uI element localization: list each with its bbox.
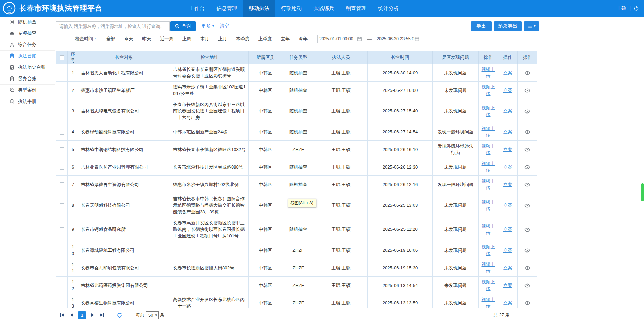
nav-item-工作台[interactable]: 工作台 [183, 0, 211, 17]
filter-option-今年[interactable]: 今年 [299, 36, 308, 42]
search-button[interactable]: 查询 [170, 21, 196, 31]
view-detail-button[interactable] [524, 301, 530, 305]
row-checkbox[interactable] [60, 71, 64, 75]
column-settings-button[interactable]: ▾ [524, 21, 539, 31]
view-detail-button[interactable] [524, 130, 530, 135]
view-detail-button[interactable] [524, 109, 530, 114]
filter-option-去年[interactable]: 去年 [281, 36, 290, 42]
district: 中韩区 [249, 158, 282, 176]
row-checkbox[interactable] [60, 165, 64, 170]
case-file-link[interactable]: 立案 [503, 70, 512, 75]
video-upload-link[interactable]: 视频上传 [482, 297, 495, 309]
case-file-link[interactable]: 立案 [503, 88, 512, 93]
select-all-checkbox[interactable] [60, 55, 64, 60]
case-file-link[interactable]: 立案 [503, 300, 512, 305]
case-file-link[interactable]: 立案 [503, 265, 512, 270]
record-export-button[interactable]: 笔录导出 [494, 21, 522, 31]
nav-item-稽查管理[interactable]: 稽查管理 [340, 0, 372, 17]
filter-option-今天[interactable]: 今天 [124, 36, 133, 42]
search-icon [175, 24, 180, 29]
filter-option-近一周[interactable]: 近一周 [160, 36, 173, 42]
row-checkbox[interactable] [60, 182, 64, 187]
power-icon[interactable] [634, 6, 639, 11]
view-detail-button[interactable] [524, 248, 530, 253]
video-upload-link[interactable]: 视频上传 [482, 161, 495, 173]
sidebar-item-执法历史台账[interactable]: 执法历史台账 [0, 62, 55, 73]
sidebar-item-执法台账[interactable]: 执法台账 [0, 51, 55, 62]
more-dropdown[interactable]: 更多 ▾ [201, 23, 214, 29]
filter-option-昨天[interactable]: 昨天 [142, 36, 151, 42]
row-checkbox[interactable] [60, 130, 64, 135]
view-detail-button[interactable] [524, 203, 530, 208]
case-file-link[interactable]: 立案 [503, 164, 512, 170]
sidebar-item-执法手册[interactable]: 执法手册 [0, 96, 55, 107]
video-upload-link[interactable]: 视频上传 [482, 262, 495, 273]
sidebar-item-随机抽查[interactable]: 随机抽查 [0, 17, 55, 28]
filter-option-全部[interactable]: 全部 [106, 36, 115, 42]
prev-page-button[interactable] [70, 313, 73, 317]
nav-item-移动执法[interactable]: 移动执法 [243, 0, 275, 17]
search-input[interactable] [56, 21, 170, 31]
view-detail-button[interactable] [524, 71, 530, 75]
video-upload-link[interactable]: 视频上传 [482, 224, 495, 235]
video-upload-link[interactable]: 视频上传 [482, 67, 495, 78]
video-upload-link[interactable]: 视频上传 [482, 126, 495, 138]
view-detail-button[interactable] [524, 182, 530, 187]
row-checkbox[interactable] [60, 88, 64, 93]
row-checkbox[interactable] [60, 203, 64, 208]
view-detail-button[interactable] [524, 165, 530, 170]
case-file-link[interactable]: 立案 [503, 203, 512, 208]
video-upload-link[interactable]: 视频上传 [482, 143, 495, 155]
nav-item-统计分析[interactable]: 统计分析 [372, 0, 405, 17]
last-page-button[interactable] [100, 313, 104, 317]
filter-option-上月[interactable]: 上月 [218, 36, 227, 42]
nav-item-行政处罚[interactable]: 行政处罚 [275, 0, 308, 17]
nav-item-实战练兵[interactable]: 实战练兵 [308, 0, 340, 17]
view-detail-button[interactable] [524, 266, 530, 270]
case-file-link[interactable]: 立案 [503, 227, 512, 232]
video-upload-link[interactable]: 视频上传 [482, 244, 495, 256]
view-detail-button[interactable] [524, 147, 530, 152]
view-detail-button[interactable] [524, 227, 530, 232]
case-file-link[interactable]: 立案 [503, 108, 512, 114]
video-upload-link[interactable]: 视频上传 [482, 84, 495, 96]
filter-option-上周[interactable]: 上周 [182, 36, 191, 42]
row-checkbox[interactable] [60, 248, 64, 253]
case-file-link[interactable]: 立案 [503, 283, 512, 288]
export-button[interactable]: 导出 [471, 21, 492, 31]
next-page-button[interactable] [91, 313, 94, 317]
view-detail-button[interactable] [524, 283, 530, 288]
video-upload-link[interactable]: 视频上传 [482, 200, 495, 211]
first-page-button[interactable] [60, 313, 64, 317]
case-file-link[interactable]: 立案 [503, 182, 512, 187]
date-from-input[interactable]: 2025-01-01 00:00 [317, 35, 364, 43]
view-detail-button[interactable] [524, 88, 530, 93]
sidebar-item-综合任务[interactable]: 综合任务 [0, 39, 55, 51]
current-page-button[interactable]: 1 [78, 311, 86, 319]
row-checkbox[interactable] [60, 147, 64, 152]
sidebar-item-专项抽查[interactable]: 专项抽查 [0, 28, 55, 39]
refresh-icon[interactable] [117, 312, 122, 318]
per-page-select[interactable]: 50 ▾ [146, 311, 159, 319]
case-file-link[interactable]: 立案 [503, 147, 512, 152]
vertical-scrollbar-thumb[interactable] [641, 183, 644, 201]
date-to-input[interactable]: 2025-06-30 23:55:0 [375, 35, 421, 43]
clear-button[interactable]: 清空 [219, 23, 229, 29]
filter-option-本月[interactable]: 本月 [200, 36, 209, 42]
video-upload-link[interactable]: 视频上传 [482, 105, 495, 117]
row-checkbox[interactable] [60, 283, 64, 288]
video-upload-link[interactable]: 视频上传 [482, 279, 495, 291]
row-checkbox[interactable] [60, 227, 64, 232]
sidebar-item-典型案例[interactable]: 典型案例 [0, 85, 55, 96]
sidebar-item-label: 执法手册 [18, 98, 36, 105]
row-checkbox[interactable] [60, 301, 64, 305]
row-checkbox[interactable] [60, 109, 64, 114]
nav-item-信息管理[interactable]: 信息管理 [211, 0, 243, 17]
filter-option-上季度[interactable]: 上季度 [258, 36, 272, 42]
row-checkbox[interactable] [60, 266, 64, 270]
video-upload-link[interactable]: 视频上传 [482, 179, 495, 190]
sidebar-item-督办台账[interactable]: 督办台账 [0, 73, 55, 85]
filter-option-本季度[interactable]: 本季度 [236, 36, 249, 42]
case-file-link[interactable]: 立案 [503, 129, 512, 135]
case-file-link[interactable]: 立案 [503, 248, 512, 253]
